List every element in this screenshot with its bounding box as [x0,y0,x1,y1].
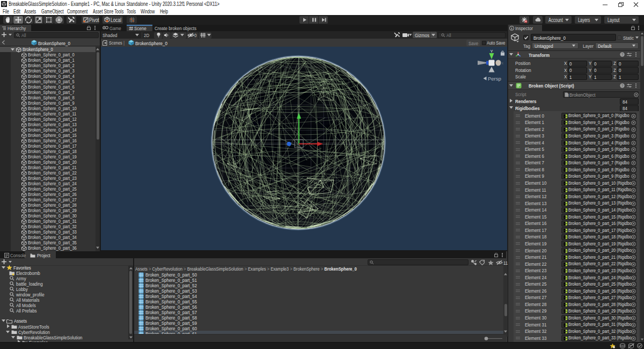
svg-text:?: ? [621,84,624,88]
svg-text:?: ? [621,53,624,56]
svg-text:Persp: Persp [488,76,501,82]
svg-text:x: x [502,61,504,65]
svg-text:Y: Y [491,49,493,54]
